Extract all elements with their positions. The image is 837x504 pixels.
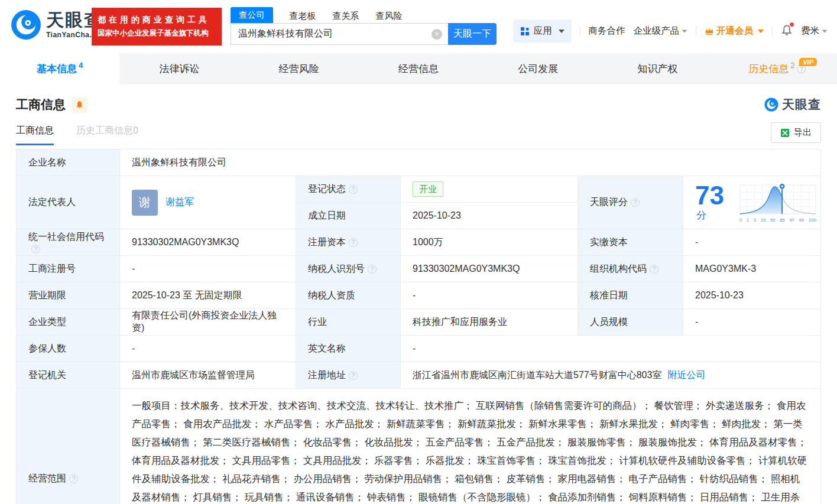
tick: 3: [754, 217, 756, 223]
label-text: 统一社会信用代码: [28, 232, 104, 242]
label-text: 经营范围: [28, 473, 66, 483]
address-text: 浙江省温州市鹿城区南汇街道车站大道577号财富中心803室: [413, 370, 661, 380]
reg-status-value: 开业: [401, 176, 578, 203]
search-submit-button[interactable]: 天眼一下: [448, 23, 497, 45]
reg-number-label: 工商注册号: [17, 256, 120, 282]
reg-status-label: 登记状态: [296, 176, 401, 203]
establish-date-label: 成立日期: [296, 203, 401, 229]
watermark-logo-icon: [764, 97, 778, 112]
tab-intellectual-property[interactable]: 知识产权: [598, 53, 717, 84]
tab-operating-risk[interactable]: 经营风险: [239, 53, 359, 84]
label-text: 组织机构代码: [590, 264, 647, 274]
help-icon[interactable]: [349, 371, 358, 380]
reg-capital-label: 注册资本: [296, 229, 401, 256]
nav-enterprise-products[interactable]: 企业级产品: [634, 25, 688, 37]
industry-value: 科技推广和应用服务业: [401, 309, 578, 336]
reg-address-value: 浙江省温州市鹿城区南汇街道车站大道577号财富中心803室附近公司: [401, 362, 821, 389]
watermark-logo: 天眼查: [764, 96, 821, 113]
slogan-line1: 都在用的商业查询工具: [98, 15, 216, 25]
tab-operating-info[interactable]: 经营信息: [359, 53, 478, 84]
help-icon[interactable]: [349, 238, 358, 247]
tianyancha-logo-icon: [11, 9, 41, 40]
taxpayer-quality-value: -: [401, 282, 578, 309]
search-tab-risk[interactable]: 查风险: [376, 11, 403, 23]
paid-capital-value: -: [683, 229, 821, 256]
apps-grid-icon: [520, 27, 530, 36]
subtab-label: 历史工商信息: [76, 125, 133, 135]
business-info-table: 企业名称 温州象鲜科技有限公司 法定代表人 谢 谢益军 登记状态 开业 天眼评分…: [16, 149, 821, 504]
subtab-history-business-info[interactable]: 历史工商信息0: [76, 125, 138, 145]
username-label: 费米: [801, 25, 819, 37]
score-axis-ticks: 0 1 3 15 50 85 97 99 100: [739, 217, 817, 223]
credit-code-value: 91330302MAG0Y3MK3Q: [120, 229, 296, 256]
avatar[interactable]: 谢: [132, 190, 158, 216]
search-box: [231, 23, 448, 45]
table-row: 经营范围 一般项目：技术服务、技术开发、技术咨询、技术交流、技术转让、技术推广；…: [17, 389, 821, 504]
divider: [772, 27, 773, 36]
table-row: 企业类型 有限责任公司(外商投资企业法人独资) 行业 科技推广和应用服务业 人员…: [17, 309, 821, 336]
search-input[interactable]: [231, 23, 448, 45]
search-tab-company[interactable]: 查公司: [231, 7, 273, 23]
label-text: 注册地址: [308, 370, 346, 380]
nav-user-menu[interactable]: 费米: [801, 25, 828, 37]
help-icon[interactable]: [349, 185, 358, 194]
company-name-value: 温州象鲜科技有限公司: [120, 149, 821, 176]
monitor-bell-icon[interactable]: [72, 97, 87, 113]
tab-count: 2: [790, 61, 794, 70]
table-row: 登记机关 温州市鹿城区市场监督管理局 注册地址 浙江省温州市鹿城区南汇街道车站大…: [17, 362, 821, 389]
clear-input-icon[interactable]: [432, 29, 442, 40]
org-code-value: MAG0Y3MK-3: [683, 256, 821, 282]
apps-menu-button[interactable]: 应用: [513, 19, 572, 43]
chevron-down-icon: [682, 30, 687, 32]
notifications-bell-icon[interactable]: [781, 24, 793, 38]
nav-open-vip[interactable]: 开通会员: [705, 25, 764, 37]
tab-label: 公司发展: [518, 62, 558, 76]
tab-history-info[interactable]: VIP 历史信息 2: [718, 53, 837, 84]
chevron-down-icon: [822, 30, 828, 32]
english-name-value: -: [401, 336, 821, 362]
help-icon[interactable]: [650, 265, 658, 274]
business-scope-label: 经营范围: [17, 389, 120, 504]
help-icon[interactable]: [31, 245, 40, 253]
company-type-value: 有限责任公司(外商投资企业法人独资): [120, 309, 296, 336]
label-text: 纳税人识别号: [308, 264, 365, 274]
divider: [696, 27, 696, 36]
tick: 99: [799, 217, 804, 223]
insured-count-value: -: [120, 336, 296, 362]
nav-cooperation[interactable]: 商务合作: [589, 25, 625, 37]
tab-label: 经营信息: [398, 62, 439, 76]
search-tab-boss[interactable]: 查老板: [290, 11, 316, 23]
score-unit: 分: [696, 210, 706, 221]
tab-basic-info[interactable]: 基本信息 4: [0, 53, 119, 84]
credit-code-label: 统一社会信用代码: [17, 229, 120, 256]
export-button[interactable]: 导出: [771, 122, 821, 143]
help-icon[interactable]: [631, 198, 640, 207]
tab-company-development[interactable]: 公司发展: [478, 53, 598, 84]
approval-date-label: 核准日期: [578, 282, 683, 309]
subtab-business-info[interactable]: 工商信息: [16, 125, 54, 145]
english-name-label: 英文名称: [296, 336, 401, 362]
help-icon[interactable]: [368, 265, 377, 274]
excel-icon: [780, 128, 790, 138]
status-badge: 开业: [413, 181, 443, 197]
search-area: 查公司 查老板 查关系 查风险 天眼一下: [231, 8, 497, 45]
legal-rep-link[interactable]: 谢益军: [166, 196, 194, 209]
tick: 85: [780, 217, 785, 223]
top-header: 天眼查 TianYanCha.com 都在用的商业查询工具 国家中小企业发展子基…: [0, 0, 837, 53]
score-value: 73: [695, 181, 724, 210]
nearby-companies-link[interactable]: 附近公司: [667, 370, 705, 380]
business-scope-text: 一般项目：技术服务、技术开发、技术咨询、技术交流、技术转让、技术推广； 互联网销…: [132, 389, 812, 504]
help-icon[interactable]: [69, 474, 78, 483]
tab-legal-proceedings[interactable]: 法律诉讼: [119, 53, 239, 84]
staff-size-value: -: [683, 309, 821, 336]
search-tabs: 查公司 查老板 查关系 查风险: [231, 8, 497, 23]
company-nav-tabs: 基本信息 4 法律诉讼 经营风险 经营信息 公司发展 知识产权 VIP 历史信息…: [0, 53, 837, 84]
enterprise-products-label: 企业级产品: [634, 25, 680, 37]
score-distribution-chart[interactable]: 0 1 3 15 50 85 97 99 100: [739, 183, 817, 223]
approval-date-value: 2025-10-23: [683, 282, 821, 309]
search-tab-relation[interactable]: 查关系: [333, 11, 359, 23]
business-term-label: 营业期限: [17, 282, 120, 309]
reg-number-value: -: [120, 256, 296, 282]
table-row: 工商注册号 - 纳税人识别号 91330302MAG0Y3MK3Q 组织机构代码…: [17, 256, 821, 282]
tick: 1: [747, 217, 749, 223]
